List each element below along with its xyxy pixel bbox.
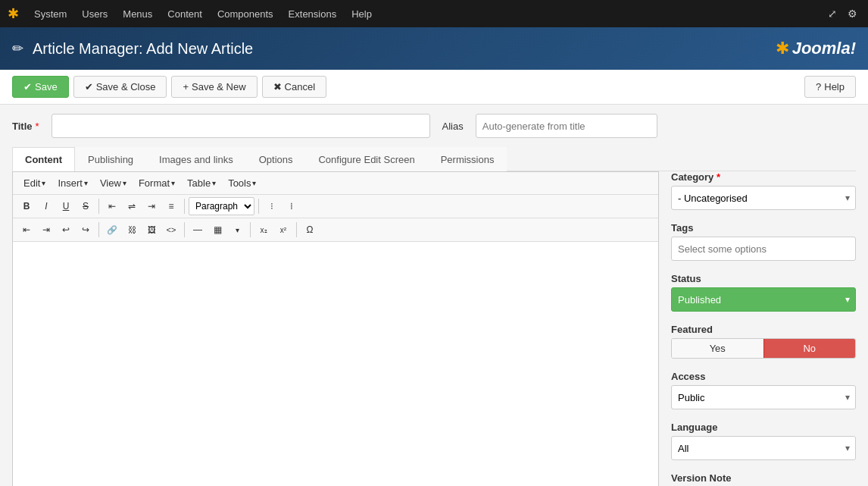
undo-button[interactable]: ↩ — [57, 221, 75, 239]
title-input[interactable] — [52, 114, 430, 138]
category-select-wrapper: - Uncategorised — [671, 186, 856, 210]
tab-content[interactable]: Content — [12, 147, 75, 171]
menu-view[interactable]: View ▾ — [94, 175, 133, 191]
title-label: Title — [12, 121, 33, 132]
separator-6 — [250, 222, 251, 237]
nav-menu: System Users Menus Content Components Ex… — [27, 0, 825, 27]
tab-configure-edit[interactable]: Configure Edit Screen — [305, 147, 427, 171]
sidebar: Category * - Uncategorised Tags Status — [659, 171, 856, 486]
cancel-button[interactable]: ✖ Cancel — [262, 76, 326, 98]
save-button[interactable]: ✔ Save — [12, 76, 69, 98]
version-note-field: Version Note — [671, 472, 856, 486]
table-button[interactable]: ▦ — [208, 221, 226, 239]
code-button[interactable]: <> — [162, 221, 180, 239]
menu-table-label: Table — [187, 177, 211, 189]
status-select-wrapper: Published Unpublished Archived Trashed — [671, 287, 856, 312]
special-char-button[interactable]: Ω — [301, 221, 319, 239]
superscript-button[interactable]: x² — [274, 221, 292, 239]
underline-button[interactable]: U — [57, 197, 75, 215]
menu-view-chevron: ▾ — [123, 179, 126, 187]
strikethrough-button[interactable]: S — [76, 197, 95, 215]
image-button[interactable]: 🖼 — [142, 221, 161, 239]
menu-insert[interactable]: Insert ▾ — [52, 175, 94, 191]
tags-input[interactable] — [671, 237, 856, 261]
main-content: Title * Alias Content Publishing Images … — [0, 105, 868, 486]
menu-view-label: View — [100, 177, 121, 189]
menu-edit-label: Edit — [23, 177, 40, 189]
menu-format-label: Format — [139, 177, 170, 189]
save-label: Save — [35, 81, 58, 92]
title-row: Title * Alias — [12, 114, 856, 138]
editor-menubar: Edit ▾ Insert ▾ View ▾ Format ▾ Table — [13, 172, 658, 195]
language-field: Language All — [671, 422, 856, 460]
redo-button[interactable]: ↪ — [76, 221, 95, 239]
menu-insert-chevron: ▾ — [84, 179, 88, 187]
alias-input[interactable] — [476, 114, 657, 138]
top-navbar: ✱ System Users Menus Content Components … — [0, 0, 868, 27]
align-left-button[interactable]: ⇤ — [103, 197, 121, 215]
align-center-button[interactable]: ⇌ — [123, 197, 141, 215]
toolbar: ✔ Save ✔ Save & Close + Save & New ✖ Can… — [0, 70, 868, 105]
edit-pencil-icon: ✏ — [12, 40, 23, 57]
bold-button[interactable]: B — [17, 197, 36, 215]
save-close-button[interactable]: ✔ Save & Close — [73, 76, 167, 98]
nav-content[interactable]: Content — [160, 0, 210, 27]
nav-menus[interactable]: Menus — [115, 0, 160, 27]
editor-body[interactable] — [13, 242, 658, 486]
language-select-wrapper: All — [671, 436, 856, 460]
nav-help[interactable]: Help — [344, 0, 379, 27]
menu-edit[interactable]: Edit ▾ — [17, 175, 52, 191]
expand-icon[interactable]: ⤢ — [825, 5, 840, 23]
numbered-list-button[interactable]: ⁞ — [283, 197, 301, 215]
nav-components[interactable]: Components — [210, 0, 281, 27]
menu-format[interactable]: Format ▾ — [133, 175, 181, 191]
nav-users[interactable]: Users — [74, 0, 115, 27]
nav-system[interactable]: System — [27, 0, 74, 27]
nav-extensions[interactable]: Extensions — [281, 0, 345, 27]
featured-toggle: Yes No — [671, 338, 856, 359]
category-field: Category * - Uncategorised — [671, 171, 856, 210]
italic-button[interactable]: I — [37, 197, 55, 215]
outdent-button[interactable]: ⇤ — [17, 221, 36, 239]
language-label: Language — [671, 422, 856, 433]
menu-table-chevron: ▾ — [212, 179, 216, 187]
joomla-brand-text: Joomla! — [792, 39, 856, 58]
unlink-button[interactable]: ⛓ — [123, 221, 141, 239]
help-icon: ? — [816, 81, 821, 92]
paragraph-select[interactable]: Paragraph Heading 1 Heading 2 Heading 3 … — [189, 197, 254, 215]
align-justify-button[interactable]: ≡ — [162, 197, 180, 215]
menu-format-chevron: ▾ — [171, 179, 175, 187]
alias-label: Alias — [442, 121, 464, 132]
tab-options[interactable]: Options — [246, 147, 306, 171]
access-field: Access Public Registered Special — [671, 371, 856, 409]
page-title: Article Manager: Add New Article — [33, 40, 253, 58]
featured-no-button[interactable]: No — [763, 339, 856, 358]
tab-publishing[interactable]: Publishing — [75, 147, 146, 171]
help-button[interactable]: ? Help — [804, 76, 856, 98]
joomla-brand: ✱ Joomla! — [776, 39, 856, 58]
align-right-button[interactable]: ⇥ — [142, 197, 161, 215]
help-label: Help — [824, 81, 845, 92]
hr-button[interactable]: — — [189, 221, 207, 239]
menu-tools[interactable]: Tools ▾ — [222, 175, 262, 191]
bullet-list-button[interactable]: ⁝ — [263, 197, 281, 215]
cancel-icon: ✖ — [273, 81, 282, 92]
table-dropdown-button[interactable]: ▾ — [228, 221, 246, 239]
tags-field: Tags — [671, 222, 856, 261]
status-label: Status — [671, 273, 856, 284]
settings-icon[interactable]: ⚙ — [845, 5, 860, 23]
access-select[interactable]: Public Registered Special — [671, 385, 856, 409]
menu-edit-chevron: ▾ — [42, 179, 45, 187]
joomla-asterisk-icon: ✱ — [8, 5, 19, 22]
menu-table[interactable]: Table ▾ — [181, 175, 222, 191]
language-select[interactable]: All — [671, 436, 856, 460]
subscript-button[interactable]: x₂ — [254, 221, 273, 239]
featured-yes-button[interactable]: Yes — [672, 339, 763, 358]
tab-images-links[interactable]: Images and links — [146, 147, 246, 171]
save-new-button[interactable]: + Save & New — [171, 76, 257, 98]
indent-button[interactable]: ⇥ — [37, 221, 55, 239]
category-select[interactable]: - Uncategorised — [671, 186, 856, 210]
link-button[interactable]: 🔗 — [103, 221, 121, 239]
status-select[interactable]: Published Unpublished Archived Trashed — [671, 287, 856, 312]
tab-permissions[interactable]: Permissions — [428, 147, 507, 171]
